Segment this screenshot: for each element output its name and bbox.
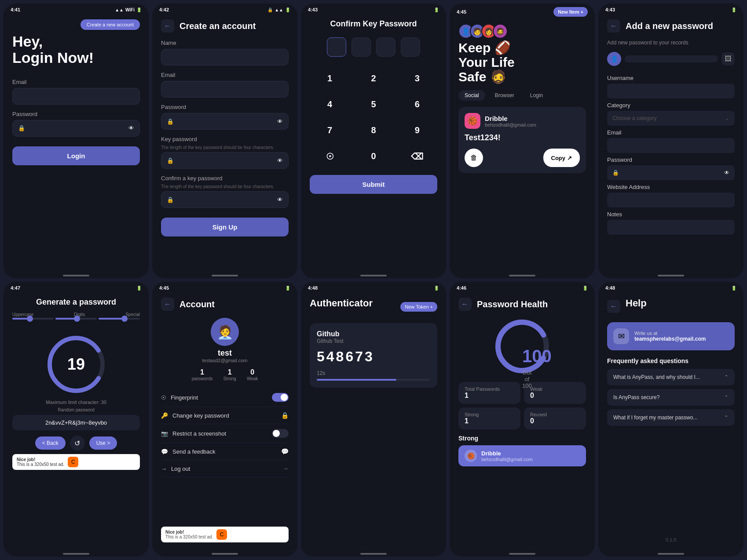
time-3: 4:43	[308, 7, 318, 12]
email-address: teamspherelabs@gmail.com	[634, 336, 706, 342]
numpad-7[interactable]: 7	[310, 119, 350, 142]
strong-password-item: 🏀 Dribble behzodhalil@gmail.com	[458, 445, 586, 466]
use-button[interactable]: Use >	[89, 436, 117, 450]
numpad-4[interactable]: 4	[310, 93, 350, 116]
fingerprint-icon: ☉	[161, 394, 166, 401]
create-account-badge[interactable]: Create a new account	[81, 19, 140, 30]
restrict-screenshot-item[interactable]: 📷 Restrict a screenshot	[161, 424, 289, 443]
tab-social[interactable]: Social	[458, 90, 485, 101]
website-name-input[interactable]	[625, 55, 718, 62]
card-email: behzodhalil@gmail.com	[485, 122, 536, 127]
health-title: Password Health	[477, 299, 548, 309]
lock-icon-3: 🔒	[167, 157, 174, 164]
ad-banner-2: Nice job! This is a 320x50 test ad. C	[161, 527, 289, 542]
eye-icon-5: 👁	[724, 170, 729, 176]
numpad-1[interactable]: 1	[310, 67, 350, 90]
fingerprint-menu-item[interactable]: ☉ Fingerprint	[161, 388, 289, 407]
back-button-9[interactable]: ←	[458, 298, 472, 311]
lock-icon: 🔒	[18, 125, 25, 131]
strong-passwords-label: Strong	[465, 412, 514, 417]
password-input-2[interactable]: 🔒 👁	[161, 113, 289, 130]
strong-item-email: behzodhalil@gmail.com	[481, 457, 533, 462]
email-input-5[interactable]	[607, 138, 735, 153]
battery-icon-10: 🔋	[731, 286, 736, 291]
key-password-hint: The length of the key password should be…	[161, 145, 289, 150]
reused-passwords-card: Reused 0	[524, 407, 586, 429]
new-token-button[interactable]: New Token +	[400, 302, 437, 312]
back-button-2[interactable]: ←	[161, 19, 174, 33]
numpad: 1 2 3 4 5 6 7 8 9 ☉ 0 ⌫	[310, 67, 437, 168]
email-input-2[interactable]	[161, 81, 289, 98]
strong-item-name: Dribble	[481, 450, 533, 457]
confirm-key-input[interactable]: 🔒 👁	[161, 191, 289, 208]
confirm-key-title: Confirm Key Password	[330, 19, 417, 29]
submit-button[interactable]: Submit	[310, 175, 437, 194]
faq-item-1[interactable]: What is AnyPass, and why should I... ⌃	[607, 369, 735, 385]
screen-add-password: 4:43 🔋 ← Add a new password Add new pass…	[598, 4, 743, 278]
change-key-menu-item[interactable]: 🔑 Change key password 🔒	[161, 407, 289, 424]
numpad-5[interactable]: 5	[353, 93, 393, 116]
total-passwords-value: 1	[465, 392, 514, 400]
battery-icon-9: 🔋	[582, 286, 588, 291]
feedback-menu-item[interactable]: 💬 Send a feedback 💬	[161, 443, 289, 460]
website-input[interactable]	[607, 193, 735, 207]
passwords-count: 1	[192, 368, 213, 376]
password-input[interactable]: 🔒 👁	[12, 120, 140, 137]
name-input[interactable]	[161, 49, 289, 65]
lock-status-icon: 🔒	[267, 7, 273, 12]
image-upload-icon[interactable]: 🖼	[721, 52, 735, 65]
name-label: Name	[161, 40, 289, 46]
back-button-7[interactable]: ←	[161, 298, 174, 311]
back-button-5[interactable]: ←	[607, 19, 620, 33]
numpad-0[interactable]: 0	[353, 145, 393, 168]
faq-question-1: What is AnyPass, and why should I...	[613, 374, 724, 380]
notes-input[interactable]	[607, 220, 735, 235]
status-bar-9: 4:46 🔋	[450, 282, 595, 292]
tab-browser[interactable]: Browser	[489, 90, 520, 101]
health-grid: Total Passwords 1 Weak 0 Strong 1 Reused…	[458, 382, 586, 429]
screen-account: 4:45 🔋 ← Account 🧑‍💼 test testasd2@gmail…	[152, 282, 297, 556]
key-password-input[interactable]: 🔒 👁	[161, 152, 289, 169]
faq-item-3[interactable]: What if I forget my master passwo... ⌃	[607, 409, 735, 426]
password-input-5[interactable]: 🔒 👁	[607, 165, 735, 180]
signup-button[interactable]: Sign Up	[161, 218, 289, 236]
fingerprint-toggle[interactable]	[272, 393, 289, 402]
numpad-delete[interactable]: ⌫	[397, 145, 437, 168]
time-10: 4:48	[605, 285, 615, 291]
battery-icon-6: 🔋	[136, 286, 142, 291]
restrict-toggle[interactable]	[272, 429, 289, 438]
status-bar-4: 4:45 New Item +	[450, 4, 595, 18]
username-input[interactable]	[607, 84, 735, 98]
login-button[interactable]: Login	[12, 146, 140, 165]
lock-icon-4: 🔒	[167, 196, 174, 203]
copy-button[interactable]: Copy ↗	[543, 149, 580, 167]
numpad-9[interactable]: 9	[397, 119, 437, 142]
logout-menu-item[interactable]: → Log out →	[161, 460, 289, 477]
weak-count: 0	[247, 368, 258, 376]
tab-login[interactable]: Login	[524, 90, 549, 101]
time-5: 4:43	[605, 7, 615, 12]
battery-icon-7: 🔋	[285, 286, 290, 291]
refresh-button[interactable]: ↺	[70, 436, 85, 451]
numpad-fingerprint[interactable]: ☉	[310, 145, 350, 168]
feedback-icon: 💬	[161, 448, 168, 455]
health-score: 100	[522, 346, 552, 366]
numpad-2[interactable]: 2	[353, 67, 393, 90]
health-out-of: Out of 100	[522, 369, 532, 389]
category-select[interactable]: Choose a category ⌄	[607, 111, 735, 126]
numpad-6[interactable]: 6	[397, 93, 437, 116]
faq-item-2[interactable]: Is AnyPass secure? ⌃	[607, 389, 735, 406]
numpad-3[interactable]: 3	[397, 67, 437, 90]
email-input[interactable]	[12, 88, 140, 105]
generate-title: Generate a password	[12, 298, 140, 307]
numpad-8[interactable]: 8	[353, 119, 393, 142]
website-label: Website Address	[607, 184, 735, 190]
auth-user: Github Test	[317, 338, 430, 344]
back-button-10[interactable]: ←	[607, 300, 620, 313]
delete-button[interactable]: 🗑	[465, 149, 483, 167]
back-button-6[interactable]: < Back	[35, 436, 66, 450]
time-9: 4:46	[457, 285, 466, 291]
new-item-button[interactable]: New Item +	[553, 7, 588, 17]
strong-passwords-card: Strong 1	[458, 407, 520, 429]
time-4: 4:45	[457, 9, 466, 15]
